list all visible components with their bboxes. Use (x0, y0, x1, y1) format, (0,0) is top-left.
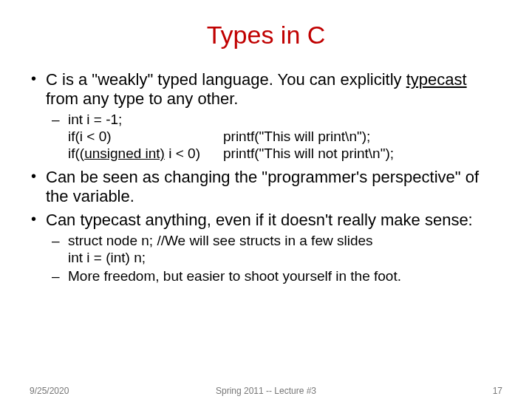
bullet-3: Can typecast anything, even if it doesn'… (46, 211, 502, 284)
bullet-2: Can be seen as changing the "programmer'… (46, 168, 502, 206)
slide-title: Types in C (30, 21, 502, 50)
sub-2-item-2: More freedom, but easier to shoot yourse… (68, 268, 502, 285)
code-line-3-left: if((unsigned int) i < 0) (68, 146, 223, 163)
code-line-2-right: printf("This will print\n"); (223, 129, 370, 146)
code-line-3-right: printf("This will not print\n"); (223, 146, 394, 163)
sub-2-line-b: int i = (int) n; (68, 250, 502, 267)
bullet-1-typecast: typecast (406, 70, 467, 89)
bullet-1: C is a "weakly" typed language. You can … (46, 70, 502, 162)
footer-mid: Spring 2011 -- Lecture #3 (0, 386, 532, 396)
code-line-2-left: if(i < 0) (68, 129, 223, 146)
bullet-list: C is a "weakly" typed language. You can … (30, 70, 502, 285)
code-line-1: int i = -1; (68, 112, 502, 129)
bullet-1-text-a: C is a "weakly" typed language. You can … (46, 70, 406, 89)
sub-2-line-a: struct node n; //We will see structs in … (68, 233, 502, 250)
code-sublist: int i = -1; if(i < 0) printf("This will … (46, 112, 502, 162)
code-3-post: i < 0) (165, 146, 200, 161)
code-3-cast: (unsigned int) (80, 146, 165, 161)
code-block: int i = -1; if(i < 0) printf("This will … (68, 112, 502, 162)
code-3-pre: if( (68, 146, 80, 161)
sub-2-item-1: struct node n; //We will see structs in … (68, 233, 502, 267)
bullet-1-text-b: from any type to any other. (46, 89, 238, 108)
footer-page-number: 17 (493, 386, 502, 396)
sublist-2: struct node n; //We will see structs in … (46, 233, 502, 284)
bullet-3-text: Can typecast anything, even if it doesn'… (46, 211, 473, 229)
